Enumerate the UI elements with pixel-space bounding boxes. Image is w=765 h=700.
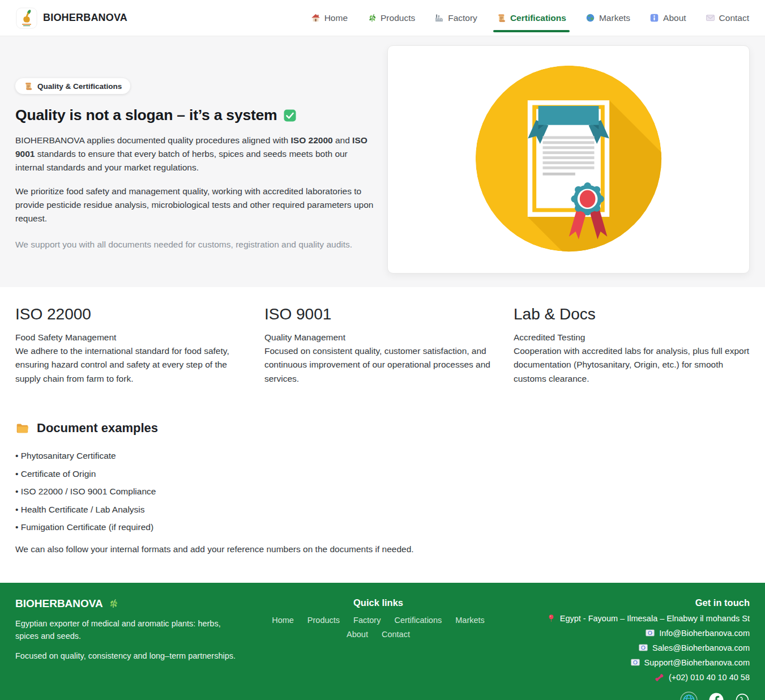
home-icon (311, 13, 320, 23)
footer-link-factory[interactable]: Factory (353, 616, 381, 625)
check-icon (283, 109, 297, 122)
factory-icon (434, 13, 444, 23)
quality-certifications-badge: Quality & Certifications (15, 78, 130, 94)
herb-icon (108, 598, 118, 609)
feature-title: Lab & Docs (514, 305, 750, 323)
documents-note: We can also follow your internal formats… (15, 544, 750, 554)
footer-brand: BIOHERBANOVA (15, 597, 245, 610)
brand-title: BIOHERBANOVA (43, 12, 127, 24)
feature-iso-22000: ISO 22000 Food Safety Management We adhe… (15, 305, 251, 386)
doc-item: Phytosanitary Certificate (15, 447, 750, 465)
hero-section: Quality & Certifications Quality is not … (0, 36, 765, 287)
scroll-icon (497, 13, 506, 23)
footer-tagline-2: Focused on quality, consistency and long… (15, 650, 245, 663)
nav-item-markets[interactable]: Markets (585, 0, 630, 36)
feature-subtitle: Food Safety Management (15, 331, 251, 344)
nav-item-home[interactable]: Home (311, 0, 348, 36)
nav-label: About (663, 13, 686, 23)
footer-brand-column: BIOHERBANOVA Egyptian exporter of medica… (15, 597, 245, 700)
pin-icon (547, 614, 555, 622)
whatsapp-icon[interactable] (735, 693, 750, 700)
globe-icon (585, 13, 595, 23)
get-in-touch-title: Get in touch (512, 597, 750, 608)
footer-link-home[interactable]: Home (272, 616, 294, 625)
feature-title: ISO 22000 (15, 305, 251, 323)
footer-contact-column: Get in touch Egypt - Fayoum – Ilmesala –… (512, 597, 750, 700)
badge-label: Quality & Certifications (37, 82, 122, 91)
feature-iso-9001: ISO 9001 Quality Management Focused on c… (264, 305, 501, 386)
footer-link-certifications[interactable]: Certifications (394, 616, 442, 625)
footer-link-products[interactable]: Products (307, 616, 340, 625)
feature-subtitle: Quality Management (264, 331, 501, 344)
phone-icon (655, 673, 664, 682)
website-globe-icon[interactable] (680, 692, 698, 700)
feature-title: ISO 9001 (264, 305, 501, 323)
iso-22000-bold: ISO 22000 (291, 135, 333, 145)
herb-icon (367, 13, 377, 23)
quicklinks-list: Home Products Factory Certifications Mar… (258, 616, 498, 639)
page-title: Quality is not a slogan – it’s a system (15, 106, 377, 124)
hero-text-column: Quality & Certifications Quality is not … (15, 45, 377, 274)
folder-icon (15, 421, 30, 436)
food-safety-paragraph: We prioritize food safety and management… (15, 185, 377, 226)
email-sales-link[interactable]: Sales@Bioherbanova.com (512, 643, 750, 652)
nav-item-factory[interactable]: Factory (434, 0, 477, 36)
doc-item: Certificate of Origin (15, 464, 750, 483)
footer-link-contact[interactable]: Contact (382, 630, 410, 639)
nav-label: Factory (448, 13, 477, 23)
document-examples-heading: Document examples (15, 421, 750, 436)
nav-item-certifications[interactable]: Certifications (497, 0, 566, 36)
email-icon (646, 629, 655, 637)
footer-tagline-1: Egyptian exporter of medical and aromati… (15, 618, 245, 643)
feature-text: Focused on consistent quality, customer … (264, 344, 501, 386)
doc-item: Health Certificate / Lab Analysis (15, 501, 750, 519)
email-icon (631, 659, 640, 666)
hand-leaf-logo-icon (16, 7, 37, 29)
email-info-link[interactable]: Info@Bioherbanova.com (512, 629, 750, 638)
nav-item-about[interactable]: About (649, 0, 686, 36)
top-navigation-bar: BIOHERBANOVA Home (0, 0, 765, 36)
doc-item: Fumigation Certificate (if required) (15, 518, 750, 536)
feature-text: We adhere to the international standard … (15, 344, 251, 386)
quicklinks-title: Quick links (258, 597, 498, 608)
nav-item-products[interactable]: Products (367, 0, 415, 36)
facebook-icon[interactable] (709, 693, 724, 700)
scroll-icon (24, 82, 33, 91)
main-nav: Home Products (311, 0, 749, 36)
email-icon (639, 644, 648, 651)
nav-label: Products (381, 13, 415, 23)
doc-item: ISO 22000 / ISO 9001 Compliance (15, 483, 750, 501)
feature-lab-docs: Lab & Docs Accredited Testing Cooperatio… (514, 305, 750, 386)
footer-link-about[interactable]: About (347, 630, 368, 639)
documents-support-paragraph: We support you with all documents needed… (15, 238, 377, 251)
nav-item-contact[interactable]: Contact (706, 0, 749, 36)
brand[interactable]: BIOHERBANOVA (16, 7, 127, 29)
nav-label: Certifications (510, 13, 566, 23)
footer: BIOHERBANOVA Egyptian exporter of medica… (0, 583, 765, 700)
iso-features-section: ISO 22000 Food Safety Management We adhe… (0, 287, 765, 386)
email-support-link[interactable]: Support@Bioherbanova.com (512, 658, 750, 667)
feature-subtitle: Accredited Testing (514, 331, 750, 344)
footer-link-markets[interactable]: Markets (455, 616, 485, 625)
phone-link[interactable]: (+02) 010 40 10 40 58 (512, 673, 750, 682)
document-examples-list: Phytosanitary Certificate Certificate of… (15, 447, 750, 536)
social-links (512, 692, 750, 700)
nav-label: Markets (599, 13, 630, 23)
feature-text: Cooperation with accredited labs for ana… (514, 344, 750, 386)
envelope-icon (706, 13, 715, 23)
nav-label: Contact (719, 13, 749, 23)
address-line: Egypt - Fayoum – Ilmesala – Elnabwy il m… (512, 614, 750, 623)
info-icon (649, 13, 659, 23)
intro-paragraph: BIOHERBANOVA applies documented quality … (15, 134, 377, 175)
certificate-illustration (468, 58, 669, 262)
document-examples-section: Document examples Phytosanitary Certific… (0, 386, 765, 583)
certificate-illustration-card (387, 45, 750, 274)
nav-label: Home (324, 13, 348, 23)
footer-quicklinks-column: Quick links Home Products Factory Certif… (258, 597, 498, 700)
